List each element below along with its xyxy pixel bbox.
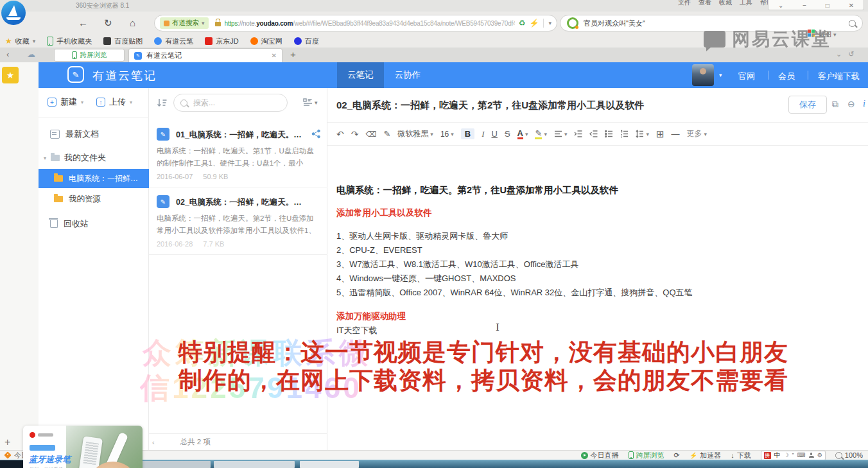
sidebar-item-folder-computer-system[interactable]: 电脑系统：一招鲜，吃遍天	[39, 169, 149, 188]
underline-button[interactable]: U	[492, 129, 498, 139]
share-icon[interactable]	[311, 129, 321, 139]
sidebar-item-recent-docs[interactable]: 最新文档	[39, 124, 149, 144]
avatar[interactable]	[692, 64, 714, 86]
refresh-button[interactable]: ↻	[104, 12, 112, 35]
restore-session-button[interactable]: ⟳	[674, 451, 680, 460]
taskbar-window-button[interactable]	[214, 461, 295, 468]
new-note-button[interactable]: + 新建 ▾	[48, 96, 83, 108]
close-tab-icon[interactable]: ✕	[272, 52, 277, 59]
font-color-button[interactable]: A ▾	[517, 129, 528, 139]
note-title-field[interactable]: 02_电脑系统：一招鲜，吃遍天，第2节，往U盘添加常用小工具以及软件	[336, 100, 760, 112]
url-dropdown-icon[interactable]: ▾	[548, 20, 551, 26]
highlight-button[interactable]: ✎ ▾	[535, 129, 546, 139]
tab-cross-screen[interactable]: 跨屏浏览	[54, 49, 125, 62]
maximize-icon[interactable]: □	[826, 2, 829, 9]
favorites-sidebar-star-button[interactable]: ★	[2, 67, 19, 83]
status-booster-button[interactable]: ⚡ 加速器	[690, 451, 721, 460]
ad-card[interactable]: 蓝牙速录笔 资料一扫进手机! 每分钟上千字 广告	[23, 426, 143, 468]
zoom-control[interactable]: 100%	[835, 451, 863, 459]
clear-format-button[interactable]: ⌫	[365, 130, 376, 139]
nav-tab-notes[interactable]: 云笔记	[337, 62, 384, 88]
info-icon[interactable]: i	[863, 99, 865, 109]
taskbar-window-button[interactable]	[300, 461, 359, 468]
minimize-icon[interactable]: −	[803, 2, 806, 9]
bookmark-taobao[interactable]: 淘宝网	[250, 37, 282, 46]
italic-button[interactable]: I	[482, 129, 484, 139]
browser-logo-icon[interactable]	[1, 1, 26, 25]
menu-favorites[interactable]: 收藏	[719, 0, 732, 7]
bookmark-jd[interactable]: 京东JD	[205, 37, 238, 46]
ime-settings-icon[interactable]: ⚙	[817, 452, 822, 458]
ime-punctuation-icon[interactable]: ”	[792, 452, 794, 458]
menu-tools[interactable]: 工具	[740, 0, 752, 7]
chevron-down-icon[interactable]: ▾	[202, 20, 205, 26]
status-download-button[interactable]: ↓ 下载	[731, 451, 751, 460]
sort-order-icon[interactable]	[157, 98, 168, 108]
more-button[interactable]: 更多 ▾	[687, 128, 707, 139]
sidebar-item-my-folders[interactable]: ▾ 我的文件夹	[39, 148, 149, 168]
ime-lang-indicator[interactable]: 中	[774, 451, 781, 460]
ime-keyboard-icon[interactable]: ⌨	[797, 452, 806, 458]
window-controls[interactable]: ⌄ − □ ✕	[768, 0, 864, 10]
search-engine-chip[interactable]: 有道搜索 ▾	[160, 17, 209, 29]
bookmark-mobile-favorites[interactable]: 手机收藏夹	[47, 37, 92, 46]
ime-fullhalf-icon[interactable]: ☽	[784, 452, 789, 458]
font-family-select[interactable]: 微软雅黑 ▾	[397, 128, 433, 139]
restore-tab-icon[interactable]: ↺	[848, 50, 854, 58]
tab-list-collapse-icon[interactable]: ‹	[6, 49, 9, 59]
chevron-down-icon[interactable]: ▾	[44, 155, 46, 161]
collapse-panel-icon[interactable]: ‹	[152, 438, 155, 446]
format-painter-button[interactable]: ✎	[383, 129, 390, 139]
bookmark-baidu-tieba[interactable]: 百度贴图	[103, 37, 143, 46]
link-membership[interactable]: 会员	[778, 71, 795, 82]
link-official-site[interactable]: 官网	[738, 71, 755, 82]
url-bar[interactable]: 有道搜索 ▾ https://note.youdao.com/web/#/fil…	[154, 15, 557, 31]
page-safe-icon[interactable]: ♻	[519, 19, 526, 28]
redo-button[interactable]: ↷	[351, 129, 359, 139]
line-spacing-button[interactable]: ▾	[636, 130, 649, 138]
numbered-list-button[interactable]	[620, 130, 629, 138]
search-icon[interactable]	[849, 20, 856, 27]
select-tool-icon[interactable]: ⌄	[836, 50, 842, 58]
close-window-icon[interactable]: ✕	[849, 2, 854, 9]
note-search-input[interactable]	[192, 98, 272, 108]
nav-tab-collab[interactable]: 云协作	[384, 62, 431, 88]
font-size-select[interactable]: 16 ▾	[440, 130, 454, 139]
sidebar-add-button[interactable]: +	[4, 437, 10, 448]
minus-circle-icon[interactable]: ⊖	[847, 99, 855, 109]
ime-account-icon[interactable]	[809, 453, 814, 458]
horizontal-rule-button[interactable]: —	[672, 129, 680, 139]
view-mode-toggle[interactable]: ▾	[303, 98, 318, 107]
status-cross-screen-button[interactable]: 跨屏浏览	[629, 451, 664, 460]
menu-file[interactable]: 文件	[678, 0, 691, 7]
tab-youdao-note[interactable]: ✎ 有道云笔记 ✕	[128, 48, 282, 62]
cloud-sync-icon[interactable]: ☁	[27, 49, 35, 59]
insert-table-button[interactable]: ⊞	[656, 128, 664, 140]
back-button[interactable]: ←	[78, 12, 88, 35]
menu-view[interactable]: 查看	[699, 0, 711, 7]
sidebar-item-trash[interactable]: 回收站	[39, 214, 149, 234]
sidebar-item-my-resources[interactable]: 我的资源	[39, 189, 149, 209]
save-button[interactable]: 保存	[788, 96, 827, 114]
upload-button[interactable]: ↑ 上传 ▾	[96, 96, 132, 108]
page-tools[interactable]: ⌄ ↺	[836, 50, 854, 58]
new-tab-button[interactable]: +	[290, 49, 296, 60]
strikethrough-button[interactable]: S	[505, 129, 510, 139]
link-client-download[interactable]: 客户端下载	[818, 71, 860, 82]
note-card-2[interactable]: ✎ 02_电脑系统：一招鲜，吃遍天。第2节，往U... 电脑系统：一招鲜，吃遍天…	[149, 187, 327, 255]
ime-pinyin-icon[interactable]: 拼	[764, 452, 771, 459]
undo-button[interactable]: ↶	[336, 129, 344, 139]
ime-toolbar[interactable]: 拼 中 ☽ ” ⌨ ⚙	[761, 451, 826, 460]
speed-lightning-icon[interactable]: ⚡	[529, 19, 539, 28]
home-button[interactable]: ⌂	[130, 12, 135, 35]
align-button[interactable]: ▾	[554, 130, 568, 138]
bookmark-youdao-note[interactable]: 有道云笔	[154, 37, 193, 46]
indent-increase-button[interactable]	[574, 130, 582, 138]
url-text[interactable]: https://note.youdao.com/web/#/file/WEBba…	[225, 20, 515, 27]
bookmark-favorites[interactable]: ★ 收藏 ▾	[5, 37, 35, 46]
status-live-button[interactable]: 今日直播	[581, 451, 619, 460]
note-search-box[interactable]	[173, 94, 288, 112]
bulleted-list-button[interactable]	[605, 130, 613, 138]
export-icon[interactable]: ⧉	[832, 99, 838, 110]
note-card-1[interactable]: ✎ 01_电脑系统：一招鲜，吃遍天。第1节... 电脑系统：一招鲜，吃遍天。第1…	[149, 120, 327, 187]
